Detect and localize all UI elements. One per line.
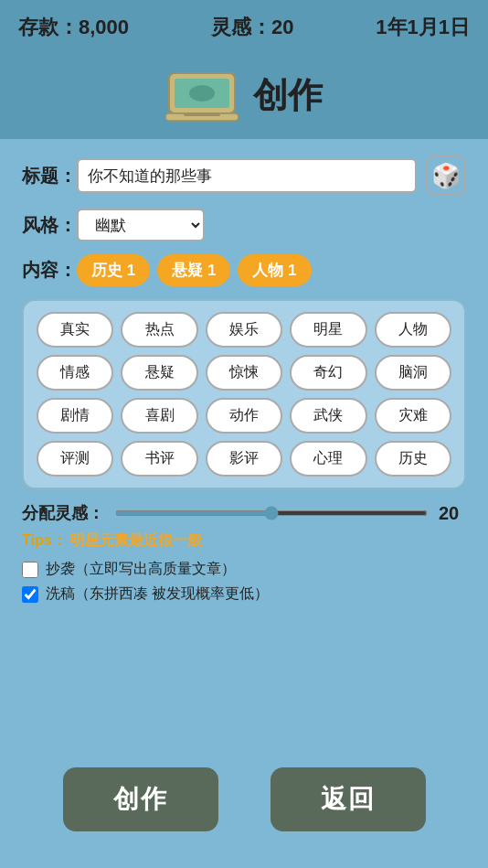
tag-fantasy[interactable]: 奇幻: [290, 355, 366, 391]
tag-grid: 真实 热点 娱乐 明星 人物 情感 悬疑 惊悚 奇幻 脑洞 剧情 喜剧 动作 武…: [37, 312, 451, 477]
tag-brainstorm[interactable]: 脑洞: [375, 355, 451, 391]
tag-action[interactable]: 动作: [206, 398, 282, 434]
content-label: 内容：: [22, 258, 77, 283]
slider-value: 20: [439, 503, 466, 524]
svg-rect-4: [184, 113, 220, 116]
tag-mystery[interactable]: 悬疑: [121, 355, 197, 391]
content-row: 内容： 历史 1 悬疑 1 人物 1: [22, 254, 466, 286]
date-display: 1年1月1日: [376, 14, 470, 41]
style-label: 风格：: [22, 213, 77, 238]
checkbox-plagiarism-row: 抄袭（立即写出高质量文章）: [22, 560, 466, 579]
tag-bookreview[interactable]: 书评: [121, 441, 197, 477]
savings-label: 存款：: [18, 16, 79, 38]
title-row: 标题： 🎲: [22, 155, 466, 196]
tag-martial[interactable]: 武侠: [290, 398, 366, 434]
tag-celebrity[interactable]: 明星: [290, 312, 366, 348]
page-title: 创作: [253, 72, 323, 119]
tips-row: Tips： 明星元素最近很一般: [22, 531, 466, 551]
top-bar: 存款：8,000 灵感：20 1年1月1日: [0, 0, 488, 55]
tag-emotion[interactable]: 情感: [37, 355, 113, 391]
tag-filmreview[interactable]: 影评: [206, 441, 282, 477]
tag-drama[interactable]: 剧情: [37, 398, 113, 434]
tag-entertainment[interactable]: 娱乐: [206, 312, 282, 348]
tag-comedy[interactable]: 喜剧: [121, 398, 197, 434]
title-input[interactable]: [77, 158, 417, 193]
tips-label: Tips：: [22, 532, 67, 548]
plagiarism-checkbox[interactable]: [22, 562, 38, 578]
checkbox-washtext-row: 洗稿（东拼西凑 被发现概率更低）: [22, 584, 466, 604]
inspiration-display: 灵感：20: [211, 14, 293, 41]
inspiration-value: 20: [271, 16, 293, 38]
tag-review[interactable]: 评测: [37, 441, 113, 477]
tag-hotspot[interactable]: 热点: [121, 312, 197, 348]
main-content: 标题： 🎲 风格： 幽默 严肃 轻松 深度 内容： 历史 1 悬疑 1 人物 1…: [0, 139, 488, 604]
slider-row: 分配灵感： 20: [22, 502, 466, 524]
dice-button[interactable]: 🎲: [426, 155, 466, 196]
tag-disaster[interactable]: 灾难: [375, 398, 451, 434]
header-section: 创作: [0, 55, 488, 139]
inspiration-label: 灵感：: [211, 16, 271, 38]
tag-grid-wrap: 真实 热点 娱乐 明星 人物 情感 悬疑 惊悚 奇幻 脑洞 剧情 喜剧 动作 武…: [22, 299, 466, 489]
slider-label: 分配灵感：: [22, 502, 104, 524]
plagiarism-label[interactable]: 抄袭（立即写出高质量文章）: [46, 560, 236, 579]
active-tag-mystery[interactable]: 悬疑 1: [157, 254, 230, 286]
tips-content: 明星元素最近很一般: [70, 532, 202, 548]
washtext-checkbox[interactable]: [22, 586, 38, 603]
active-tag-history[interactable]: 历史 1: [77, 254, 150, 286]
active-tags: 历史 1 悬疑 1 人物 1: [77, 254, 312, 286]
svg-point-2: [189, 85, 215, 102]
laptop-icon: [165, 68, 239, 123]
style-row: 风格： 幽默 严肃 轻松 深度: [22, 209, 466, 241]
title-input-wrap: 🎲: [77, 155, 466, 196]
tag-character[interactable]: 人物: [375, 312, 451, 348]
back-button[interactable]: 返回: [271, 767, 426, 831]
inspiration-slider[interactable]: [115, 510, 428, 516]
active-tag-character[interactable]: 人物 1: [238, 254, 311, 286]
washtext-label[interactable]: 洗稿（东拼西凑 被发现概率更低）: [46, 584, 269, 604]
date-value: 1年1月1日: [376, 16, 470, 38]
bottom-buttons: 创作 返回: [0, 767, 488, 831]
style-select[interactable]: 幽默 严肃 轻松 深度: [77, 209, 205, 241]
tag-psychology[interactable]: 心理: [290, 441, 366, 477]
tag-history[interactable]: 历史: [375, 441, 451, 477]
savings-value: 8,000: [79, 16, 129, 38]
title-label: 标题：: [22, 164, 77, 188]
savings-display: 存款：8,000: [18, 14, 129, 41]
tag-thriller[interactable]: 惊悚: [206, 355, 282, 391]
create-button[interactable]: 创作: [63, 767, 218, 831]
tag-real[interactable]: 真实: [37, 312, 113, 348]
